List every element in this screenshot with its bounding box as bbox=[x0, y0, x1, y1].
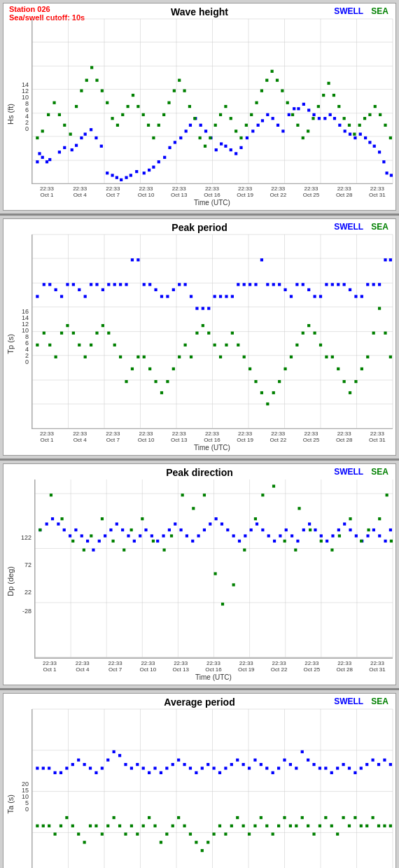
svg-rect-400 bbox=[272, 485, 275, 488]
svg-rect-378 bbox=[50, 494, 52, 497]
svg-rect-255 bbox=[125, 380, 127, 383]
svg-rect-285 bbox=[302, 332, 304, 335]
svg-rect-205 bbox=[190, 295, 192, 298]
svg-rect-158 bbox=[389, 136, 392, 139]
svg-rect-330 bbox=[121, 528, 124, 531]
svg-rect-290 bbox=[331, 356, 334, 358]
chart3-xtitle: Time (UTC) bbox=[34, 673, 393, 683]
svg-rect-27 bbox=[115, 176, 118, 179]
svg-rect-35 bbox=[251, 130, 254, 132]
svg-rect-458 bbox=[201, 766, 204, 769]
svg-rect-356 bbox=[273, 540, 276, 542]
chart2-xaxis: 22:33Oct 1 22:33Oct 4 22:33Oct 7 22:33Oc… bbox=[31, 429, 393, 443]
svg-rect-228 bbox=[325, 284, 328, 286]
svg-rect-485 bbox=[360, 766, 363, 769]
sea-label3: SEA bbox=[371, 467, 388, 477]
svg-rect-352 bbox=[250, 528, 253, 531]
svg-rect-363 bbox=[314, 528, 316, 531]
chart3-plot bbox=[34, 479, 393, 658]
svg-rect-449 bbox=[148, 771, 150, 774]
svg-rect-331 bbox=[127, 535, 130, 538]
svg-rect-39 bbox=[323, 117, 326, 120]
svg-rect-321 bbox=[69, 535, 71, 538]
svg-rect-26 bbox=[111, 174, 113, 176]
svg-rect-451 bbox=[160, 771, 162, 774]
svg-rect-203 bbox=[178, 284, 181, 286]
svg-rect-74 bbox=[276, 124, 279, 127]
svg-rect-440 bbox=[94, 771, 97, 774]
svg-rect-245 bbox=[66, 324, 69, 327]
svg-rect-114 bbox=[162, 113, 165, 116]
svg-rect-217 bbox=[260, 258, 263, 261]
svg-rect-353 bbox=[255, 523, 258, 526]
svg-rect-551 bbox=[389, 824, 392, 827]
svg-rect-471 bbox=[277, 766, 280, 769]
svg-rect-53 bbox=[120, 178, 122, 181]
svg-rect-215 bbox=[248, 284, 251, 286]
svg-rect-524 bbox=[230, 824, 233, 827]
svg-rect-64 bbox=[204, 130, 207, 132]
svg-rect-112 bbox=[152, 136, 155, 139]
svg-rect-472 bbox=[283, 758, 286, 761]
svg-rect-125 bbox=[219, 113, 222, 116]
svg-rect-354 bbox=[261, 528, 264, 531]
svg-rect-337 bbox=[162, 535, 164, 538]
svg-rect-148 bbox=[337, 105, 340, 108]
svg-rect-465 bbox=[242, 763, 245, 766]
svg-rect-482 bbox=[342, 763, 344, 766]
svg-rect-83 bbox=[344, 130, 346, 132]
svg-rect-532 bbox=[277, 824, 280, 827]
svg-rect-548 bbox=[372, 816, 374, 819]
svg-rect-541 bbox=[330, 824, 333, 827]
svg-rect-226 bbox=[313, 295, 316, 298]
chart2-title: Peak period bbox=[172, 222, 227, 233]
svg-rect-181 bbox=[48, 284, 51, 286]
svg-rect-464 bbox=[236, 758, 239, 761]
svg-rect-259 bbox=[148, 368, 151, 370]
svg-rect-452 bbox=[165, 766, 168, 769]
svg-rect-105 bbox=[116, 124, 119, 127]
svg-rect-365 bbox=[326, 540, 328, 542]
svg-rect-151 bbox=[353, 133, 356, 136]
svg-rect-386 bbox=[130, 528, 133, 531]
svg-rect-21 bbox=[46, 160, 48, 163]
svg-rect-197 bbox=[143, 284, 146, 286]
peak-direction-chart: Peak direction SWELL SEA Dp (deg) 122 72… bbox=[0, 461, 399, 687]
svg-rect-143 bbox=[312, 117, 314, 120]
svg-rect-193 bbox=[119, 284, 122, 286]
svg-rect-37 bbox=[288, 113, 290, 116]
svg-rect-434 bbox=[59, 771, 62, 774]
svg-rect-239 bbox=[389, 258, 392, 261]
svg-rect-238 bbox=[384, 258, 386, 261]
chart2-yaxis: 16 14 12 10 8 6 4 2 0 bbox=[16, 309, 31, 379]
svg-rect-336 bbox=[156, 540, 159, 542]
svg-rect-70 bbox=[246, 136, 248, 139]
svg-rect-230 bbox=[337, 284, 340, 286]
svg-rect-384 bbox=[112, 540, 115, 542]
chart1-plot bbox=[31, 19, 393, 184]
svg-rect-367 bbox=[337, 528, 340, 531]
svg-rect-42 bbox=[364, 136, 367, 139]
svg-rect-234 bbox=[360, 295, 363, 298]
svg-rect-341 bbox=[186, 535, 188, 538]
svg-rect-188 bbox=[90, 284, 92, 286]
svg-rect-470 bbox=[272, 771, 274, 774]
svg-rect-408 bbox=[349, 518, 351, 521]
svg-rect-40 bbox=[329, 113, 332, 116]
svg-rect-275 bbox=[243, 356, 246, 358]
svg-rect-254 bbox=[119, 356, 122, 358]
svg-rect-383 bbox=[101, 518, 104, 521]
svg-rect-366 bbox=[331, 535, 334, 538]
svg-rect-220 bbox=[278, 284, 281, 286]
station-id: Station 026 bbox=[9, 5, 85, 13]
svg-rect-291 bbox=[337, 368, 340, 370]
svg-rect-509 bbox=[142, 824, 145, 827]
svg-rect-520 bbox=[206, 841, 209, 844]
svg-rect-319 bbox=[57, 523, 59, 526]
svg-rect-466 bbox=[248, 766, 251, 769]
svg-rect-54 bbox=[125, 176, 127, 179]
svg-rect-497 bbox=[71, 824, 74, 827]
svg-rect-358 bbox=[285, 528, 288, 531]
svg-rect-140 bbox=[296, 124, 299, 127]
svg-rect-385 bbox=[122, 549, 125, 552]
